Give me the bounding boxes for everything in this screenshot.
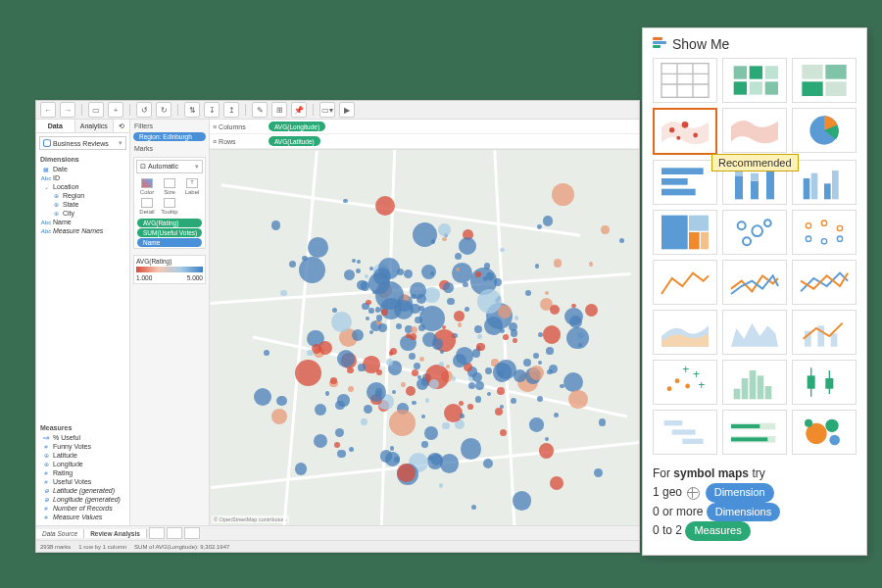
viz-side-bar[interactable]: [792, 160, 857, 205]
viz-area-discrete[interactable]: [722, 310, 787, 355]
viz-heat-map[interactable]: [722, 58, 787, 103]
field-measure-values[interactable]: #Measure Values: [40, 513, 129, 521]
marks-pill-name[interactable]: Name: [137, 238, 202, 247]
svg-rect-66: [672, 429, 696, 434]
rows-shelf[interactable]: ≡Rows AVG(Latitude): [210, 134, 639, 149]
field-id[interactable]: AbcID: [40, 173, 129, 182]
field-lon-gen[interactable]: ⊕Longitude (generated): [40, 495, 129, 504]
field-longitude[interactable]: ⊕Longitude: [40, 460, 129, 468]
tab-data-source[interactable]: Data Source: [36, 529, 84, 538]
size-icon: [164, 178, 175, 188]
new-story-button[interactable]: [184, 527, 200, 539]
map-view[interactable]: © OpenStreetMap contributors: [210, 150, 639, 525]
rows-pill[interactable]: AVG(Latitude): [269, 136, 320, 146]
viz-gantt[interactable]: [653, 410, 717, 455]
field-measure-names[interactable]: AbcMeasure Names: [40, 226, 129, 235]
viz-pie[interactable]: [792, 108, 857, 153]
showme-grid: +++: [653, 58, 857, 455]
sort-asc-button[interactable]: ↧: [204, 102, 220, 118]
field-rating[interactable]: #Rating: [40, 468, 129, 477]
viz-boxplot[interactable]: [792, 360, 857, 405]
number-icon: #: [42, 505, 50, 512]
group-button[interactable]: ⊞: [271, 102, 287, 118]
tab-analytics[interactable]: Analytics: [75, 120, 115, 132]
save-button[interactable]: ▭: [88, 102, 104, 118]
columns-pill[interactable]: AVG(Longitude): [269, 122, 325, 131]
svg-point-50: [667, 386, 672, 391]
viz-filled-map[interactable]: [722, 108, 787, 153]
viz-line-discrete[interactable]: [722, 260, 787, 305]
forward-button[interactable]: →: [60, 102, 75, 118]
viz-bullet[interactable]: [722, 410, 787, 455]
viz-area-cont[interactable]: [653, 310, 717, 355]
svg-rect-35: [689, 232, 700, 249]
viz-treemap[interactable]: [653, 210, 717, 255]
swap-button[interactable]: ⇅: [184, 102, 200, 118]
sort-desc-button[interactable]: ↥: [223, 102, 239, 118]
svg-text:+: +: [698, 378, 705, 392]
svg-point-40: [764, 220, 771, 226]
field-pct-useful[interactable]: =#% Useful: [40, 433, 129, 442]
new-sheet-button[interactable]: [149, 527, 165, 539]
marks-label[interactable]: TLabel: [181, 177, 203, 196]
field-name[interactable]: AbcName: [40, 218, 129, 226]
redo-button[interactable]: ↻: [156, 102, 172, 118]
field-useful-votes[interactable]: #Useful Votes: [40, 477, 129, 486]
refresh-icon[interactable]: ⟲: [114, 120, 129, 132]
showme-help: For symbol maps try 1 geo Dimension 0 or…: [653, 465, 857, 541]
viz-hbar[interactable]: [653, 160, 717, 205]
columns-shelf[interactable]: ≡Columns AVG(Longitude): [210, 120, 639, 134]
viz-histogram[interactable]: [722, 360, 787, 405]
tab-data[interactable]: Data: [36, 120, 75, 132]
fit-dropdown[interactable]: ▭▾: [319, 102, 335, 118]
viz-packed-bubbles[interactable]: [792, 410, 857, 455]
field-city[interactable]: ⊕City: [40, 209, 129, 218]
present-button[interactable]: ▶: [339, 102, 355, 118]
marks-pill-usefulvotes[interactable]: SUM(Useful Votes): [137, 228, 202, 237]
new-conn-button[interactable]: +: [108, 102, 123, 118]
field-lat-gen[interactable]: ⊕Latitude (generated): [40, 486, 129, 495]
field-latitude[interactable]: ⊕Latitude: [40, 451, 129, 460]
back-button[interactable]: ←: [40, 102, 56, 118]
field-funny-votes[interactable]: #Funny Votes: [40, 442, 129, 451]
undo-button[interactable]: ↺: [136, 102, 152, 118]
marks-tooltip[interactable]: Tooltip: [159, 197, 180, 216]
svg-rect-60: [765, 386, 772, 399]
svg-point-41: [806, 223, 810, 228]
viz-dual-line[interactable]: [792, 260, 857, 305]
marks-size[interactable]: Size: [159, 177, 180, 196]
pin-button[interactable]: 📌: [291, 102, 307, 118]
svg-rect-23: [735, 175, 743, 199]
viz-scatter[interactable]: +++: [653, 360, 717, 405]
filter-pill-region[interactable]: Region: Edinburgh: [133, 132, 206, 141]
svg-point-75: [805, 419, 812, 427]
marks-type-dropdown[interactable]: ⊡Automatic ▾: [136, 160, 203, 173]
marks-detail[interactable]: Detail: [136, 197, 158, 216]
field-state[interactable]: ⊕State: [40, 200, 129, 209]
label-icon: T: [186, 178, 198, 188]
svg-rect-14: [825, 81, 846, 96]
svg-point-52: [685, 384, 690, 389]
datasource-selector[interactable]: Business Reviews ▾: [39, 136, 126, 150]
svg-rect-64: [825, 378, 833, 389]
viz-circle-views[interactable]: [722, 210, 787, 255]
viz-highlight-table[interactable]: [792, 58, 857, 103]
highlight-button[interactable]: ✎: [252, 102, 268, 118]
datasource-name: Business Reviews: [53, 140, 109, 147]
field-num-records[interactable]: #Number of Records: [40, 504, 129, 513]
viz-line-cont[interactable]: [653, 260, 717, 305]
field-location[interactable]: ⌄Location: [40, 182, 129, 191]
field-region[interactable]: ⊕Region: [40, 191, 129, 200]
svg-rect-0: [662, 64, 709, 98]
marks-pill-rating[interactable]: AVG(Rating): [137, 219, 202, 227]
viz-dual-combo[interactable]: [792, 310, 857, 355]
legend-title: AVG(Rating): [136, 258, 203, 265]
viz-text-table[interactable]: [653, 58, 717, 103]
marks-color[interactable]: Color: [136, 177, 158, 196]
new-dashboard-button[interactable]: [167, 527, 182, 539]
field-date[interactable]: ▦Date: [40, 165, 129, 173]
dimensions-list: ▦Date AbcID ⌄Location ⊕Region ⊕State ⊕Ci…: [36, 165, 129, 235]
tab-sheet[interactable]: Review Analysis: [84, 529, 147, 538]
viz-symbol-map[interactable]: [653, 108, 717, 155]
viz-side-circle[interactable]: [792, 210, 857, 255]
